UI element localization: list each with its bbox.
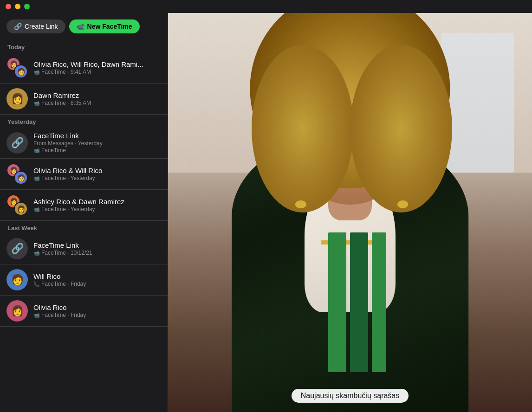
- list-item[interactable]: 👩 Dawn Ramirez 📹 FaceTime · 8:35 AM: [0, 84, 168, 115]
- call-name: Olivia Rico, Will Rico, Dawn Rami...: [33, 60, 161, 68]
- call-subtitle-line2: 📹 FaceTime: [33, 147, 161, 154]
- section-header-today: Today: [0, 40, 168, 52]
- section-header-lastweek: Last Week: [0, 221, 168, 233]
- group-avatar: 👩 🧑: [6, 57, 28, 78]
- call-name: FaceTime Link: [33, 241, 161, 249]
- title-bar: [0, 0, 532, 13]
- list-item[interactable]: 👩 Olivia Rico 📹 FaceTime · Friday: [0, 296, 168, 327]
- avatar-link: 🔗: [6, 132, 28, 154]
- avatar-dawn: 👩: [6, 88, 28, 109]
- list-item[interactable]: 👩 👩 Ashley Rico & Dawn Ramirez 📹 FaceTim…: [0, 190, 168, 221]
- call-subtitle-line1: From Messages · Yesterday: [33, 140, 161, 147]
- call-info: Olivia Rico 📹 FaceTime · Friday: [33, 303, 161, 318]
- video-icon: 📹: [33, 69, 40, 75]
- sidebar: 🔗 Create Link 📹 New FaceTime Today 👩 🧑 O…: [0, 13, 168, 412]
- call-name: FaceTime Link: [33, 132, 161, 140]
- main-layout: 🔗 Create Link 📹 New FaceTime Today 👩 🧑 O…: [0, 13, 532, 412]
- call-subtitle: 📞 FaceTime · Friday: [33, 281, 161, 287]
- avatar-will: 🧑: [14, 171, 28, 185]
- avatar-olivia: 👩: [6, 300, 28, 322]
- call-subtitle: 📹 FaceTime · Friday: [33, 312, 161, 318]
- video-icon: 📹: [33, 100, 40, 106]
- create-link-button[interactable]: 🔗 Create Link: [6, 19, 65, 33]
- list-item[interactable]: 👩 🧑 Olivia Rico, Will Rico, Dawn Rami...…: [0, 52, 168, 84]
- call-subtitle: 📹 FaceTime · 8:35 AM: [33, 100, 161, 106]
- avatar-link: 🔗: [6, 238, 28, 259]
- call-info: Ashley Rico & Dawn Ramirez 📹 FaceTime · …: [33, 198, 161, 212]
- call-name: Dawn Ramirez: [33, 91, 161, 99]
- call-name: Will Rico: [33, 272, 161, 280]
- close-button[interactable]: [6, 4, 11, 9]
- call-info: FaceTime Link From Messages · Yesterday …: [33, 132, 161, 154]
- call-info: FaceTime Link 📹 FaceTime · 10/12/21: [33, 241, 161, 256]
- maximize-button[interactable]: [24, 4, 30, 9]
- new-facetime-label: New FaceTime: [87, 23, 132, 30]
- video-icon: 📹: [33, 148, 40, 154]
- video-camera-icon: 📹: [77, 23, 84, 30]
- video-icon: 📹: [33, 312, 40, 318]
- video-icon: 📹: [33, 175, 40, 181]
- call-name: Olivia Rico & Will Rico: [33, 167, 161, 174]
- group-avatar: 👩 👩: [6, 194, 28, 216]
- call-info: Dawn Ramirez 📹 FaceTime · 8:35 AM: [33, 91, 161, 106]
- list-item[interactable]: 🔗 FaceTime Link 📹 FaceTime · 10/12/21: [0, 233, 168, 264]
- link-icon: 🔗: [14, 23, 22, 30]
- toolbar: 🔗 Create Link 📹 New FaceTime: [0, 13, 168, 40]
- call-name: Olivia Rico: [33, 303, 161, 311]
- minimize-button[interactable]: [15, 4, 20, 9]
- call-info: Will Rico 📞 FaceTime · Friday: [33, 272, 161, 287]
- caption-text: Naujausių skambučių sąrašas: [292, 389, 409, 403]
- group-avatar: 👩 🧑: [6, 163, 28, 185]
- video-icon: 📹: [33, 250, 40, 256]
- call-info: Olivia Rico & Will Rico 📹 FaceTime · Yes…: [33, 167, 161, 181]
- caption-area: Naujausių skambučių sąrašas: [168, 389, 532, 412]
- call-subtitle: 📹 FaceTime · 10/12/21: [33, 250, 161, 256]
- phone-icon: 📞: [33, 281, 40, 287]
- avatar-will: 🧑: [14, 64, 28, 78]
- create-link-label: Create Link: [25, 23, 58, 30]
- list-item[interactable]: 👩 🧑 Olivia Rico & Will Rico 📹 FaceTime ·…: [0, 159, 168, 190]
- avatar-will: 🧑: [6, 269, 28, 290]
- call-name: Ashley Rico & Dawn Ramirez: [33, 198, 161, 206]
- chain-link-icon: 🔗: [11, 243, 24, 255]
- call-subtitle: 📹 FaceTime · Yesterday: [33, 175, 161, 181]
- call-info: Olivia Rico, Will Rico, Dawn Rami... 📹 F…: [33, 60, 161, 75]
- avatar-dawn: 👩: [14, 202, 28, 216]
- list-item[interactable]: 🔗 FaceTime Link From Messages · Yesterda…: [0, 127, 168, 159]
- section-header-yesterday: Yesterday: [0, 115, 168, 127]
- new-facetime-button[interactable]: 📹 New FaceTime: [69, 19, 140, 33]
- call-subtitle: 📹 FaceTime · 9:41 AM: [33, 69, 161, 75]
- video-area: Naujausių skambučių sąrašas: [168, 13, 532, 412]
- list-item[interactable]: 🧑 Will Rico 📞 FaceTime · Friday: [0, 264, 168, 296]
- video-icon: 📹: [33, 206, 40, 212]
- chain-link-icon: 🔗: [11, 137, 24, 149]
- call-subtitle: 📹 FaceTime · Yesterday: [33, 206, 161, 212]
